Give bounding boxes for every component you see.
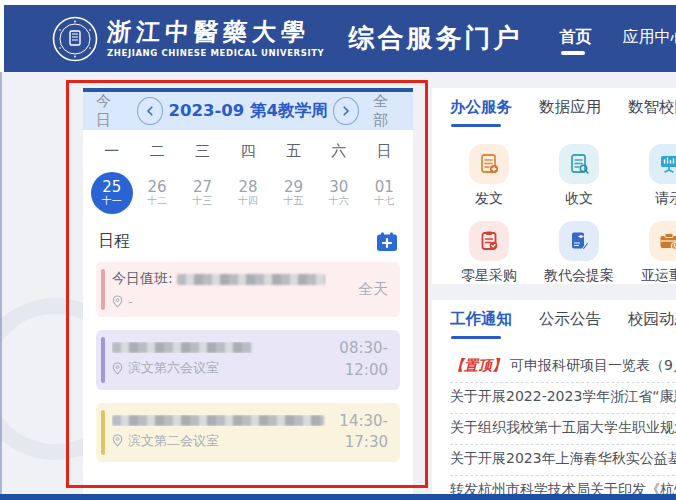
annotation-highlight-box	[66, 80, 428, 488]
footer-divider	[0, 494, 676, 500]
service-grid: 发文 收文	[450, 144, 676, 284]
service-item-lingxing-caigou[interactable]: 零星采购	[450, 221, 528, 284]
service-label: 收文	[565, 190, 593, 208]
notice-item[interactable]: 关于开展2023年上海春华秋实公益基金会	[450, 445, 676, 476]
tab-campus-news[interactable]: 校园动态	[628, 309, 676, 339]
university-name-en: ZHEJIANG CHINESE MEDICAL UNIVERSITY	[107, 49, 324, 58]
page-content: 今日 2023-09 第4教学周 全部 一 二 三 四 五 六 日	[0, 72, 676, 494]
pinned-badge: 【置顶】	[450, 357, 506, 373]
notice-list: 【置顶】可申报科研项目一览表（9月27 关于开展2022-2023学年浙江省“康…	[450, 352, 676, 494]
services-tabs: 办公服务 数据应用 数智校园	[450, 97, 676, 127]
notices-tabs: 工作通知 公示公告 校园动态	[450, 309, 676, 339]
service-item-jiaodaihui-tian[interactable]: 教代会提案	[540, 221, 618, 284]
service-item-qingshi[interactable]: 请示	[630, 144, 676, 208]
service-item-shouwen[interactable]: 收文	[540, 144, 618, 208]
main-nav: 首页 应用中心 资讯中心	[559, 27, 676, 50]
outgoing-doc-icon	[469, 144, 509, 184]
tab-public-announcements[interactable]: 公示公告	[539, 309, 601, 339]
tab-office-services[interactable]: 办公服务	[450, 97, 512, 127]
tab-data-apps[interactable]: 数据应用	[539, 97, 601, 127]
service-label: 零星采购	[461, 267, 517, 284]
notice-item[interactable]: 关于组织我校第十五届大学生职业规划大	[450, 414, 676, 445]
portal-header: 浙江中醫藥大學 ZHEJIANG CHINESE MEDICAL UNIVERS…	[4, 5, 676, 72]
service-label: 请示	[655, 190, 676, 208]
notice-text: 转发杭州市科学技术局关于印发《杭州市	[450, 481, 676, 494]
presentation-icon	[649, 144, 676, 184]
service-label: 亚运重点	[641, 267, 676, 284]
notice-item[interactable]: 转发杭州市科学技术局关于印发《杭州市	[450, 476, 676, 494]
notice-text: 关于开展2023年上海春华秋实公益基金会	[450, 450, 676, 466]
portal-title: 综合服务门户	[348, 21, 522, 56]
notice-item-pinned[interactable]: 【置顶】可申报科研项目一览表（9月27	[450, 352, 676, 383]
notices-panel: 工作通知 公示公告 校园动态 【置顶】可申报科研项目一览表（9月27 关于开展2…	[432, 300, 676, 494]
service-item-fawen[interactable]: 发文	[450, 144, 528, 208]
folder-icon	[649, 221, 676, 261]
notice-text: 可申报科研项目一览表（9月27	[510, 357, 676, 373]
tab-smart-campus[interactable]: 数智校园	[628, 97, 676, 127]
university-name-cn: 浙江中醫藥大學	[106, 20, 325, 44]
tab-work-notices[interactable]: 工作通知	[450, 309, 512, 339]
nav-item-home[interactable]: 首页	[559, 27, 591, 50]
service-label: 发文	[475, 190, 503, 208]
incoming-doc-icon	[559, 144, 599, 184]
service-label: 教代会提案	[544, 267, 614, 284]
service-item-yayun-zhongdian[interactable]: 亚运重点	[630, 221, 676, 284]
notice-item[interactable]: 关于开展2022-2023学年浙江省“康恩贝	[450, 383, 676, 414]
purchase-clipboard-icon	[469, 221, 509, 261]
proposal-book-icon	[559, 221, 599, 261]
nav-item-app-center[interactable]: 应用中心	[622, 27, 676, 50]
notice-text: 关于组织我校第十五届大学生职业规划大	[450, 419, 676, 435]
university-name: 浙江中醫藥大學 ZHEJIANG CHINESE MEDICAL UNIVERS…	[107, 20, 324, 58]
notice-text: 关于开展2022-2023学年浙江省“康恩贝	[450, 388, 676, 404]
services-panel: 办公服务 数据应用 数智校园 发文	[432, 88, 676, 284]
university-seal-logo	[52, 16, 98, 62]
